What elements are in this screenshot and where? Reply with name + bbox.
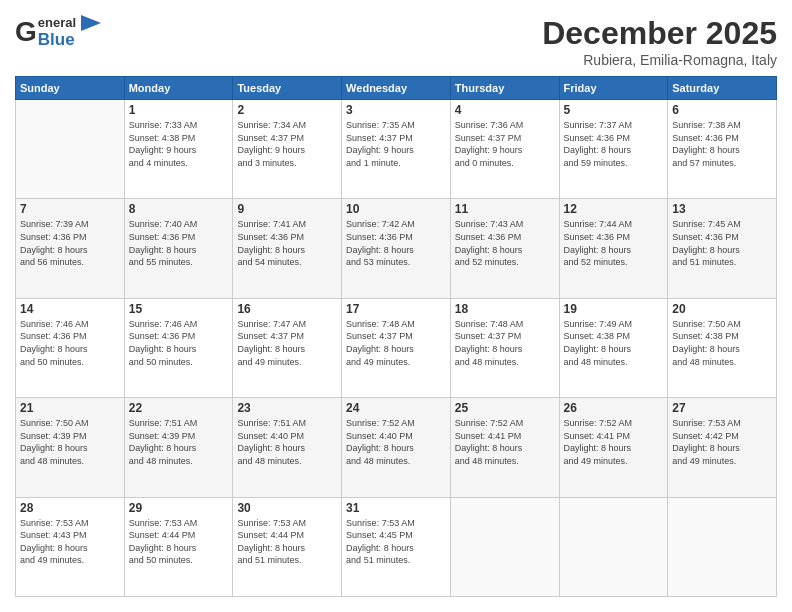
calendar-day-cell: 16Sunrise: 7:47 AMSunset: 4:37 PMDayligh… <box>233 298 342 397</box>
day-number: 20 <box>672 302 772 316</box>
calendar-body: 1Sunrise: 7:33 AMSunset: 4:38 PMDaylight… <box>16 100 777 597</box>
day-info: Sunrise: 7:41 AMSunset: 4:36 PMDaylight:… <box>237 218 337 268</box>
calendar-day-cell: 13Sunrise: 7:45 AMSunset: 4:36 PMDayligh… <box>668 199 777 298</box>
day-number: 18 <box>455 302 555 316</box>
day-info: Sunrise: 7:52 AMSunset: 4:41 PMDaylight:… <box>455 417 555 467</box>
day-info: Sunrise: 7:51 AMSunset: 4:39 PMDaylight:… <box>129 417 229 467</box>
calendar-day-cell: 8Sunrise: 7:40 AMSunset: 4:36 PMDaylight… <box>124 199 233 298</box>
day-info: Sunrise: 7:50 AMSunset: 4:38 PMDaylight:… <box>672 318 772 368</box>
day-info: Sunrise: 7:53 AMSunset: 4:44 PMDaylight:… <box>129 517 229 567</box>
calendar-header-row: Sunday Monday Tuesday Wednesday Thursday… <box>16 77 777 100</box>
day-number: 1 <box>129 103 229 117</box>
calendar-week-row: 21Sunrise: 7:50 AMSunset: 4:39 PMDayligh… <box>16 398 777 497</box>
day-number: 10 <box>346 202 446 216</box>
calendar-day-cell: 3Sunrise: 7:35 AMSunset: 4:37 PMDaylight… <box>342 100 451 199</box>
day-info: Sunrise: 7:51 AMSunset: 4:40 PMDaylight:… <box>237 417 337 467</box>
header-wednesday: Wednesday <box>342 77 451 100</box>
calendar-day-cell: 31Sunrise: 7:53 AMSunset: 4:45 PMDayligh… <box>342 497 451 596</box>
day-number: 29 <box>129 501 229 515</box>
day-info: Sunrise: 7:52 AMSunset: 4:40 PMDaylight:… <box>346 417 446 467</box>
logo: G eneral Blue <box>15 15 101 50</box>
calendar-day-cell: 2Sunrise: 7:34 AMSunset: 4:37 PMDaylight… <box>233 100 342 199</box>
calendar-week-row: 28Sunrise: 7:53 AMSunset: 4:43 PMDayligh… <box>16 497 777 596</box>
calendar-table: Sunday Monday Tuesday Wednesday Thursday… <box>15 76 777 597</box>
day-number: 30 <box>237 501 337 515</box>
day-number: 14 <box>20 302 120 316</box>
day-info: Sunrise: 7:48 AMSunset: 4:37 PMDaylight:… <box>455 318 555 368</box>
calendar-day-cell: 30Sunrise: 7:53 AMSunset: 4:44 PMDayligh… <box>233 497 342 596</box>
day-info: Sunrise: 7:39 AMSunset: 4:36 PMDaylight:… <box>20 218 120 268</box>
header-friday: Friday <box>559 77 668 100</box>
day-info: Sunrise: 7:53 AMSunset: 4:45 PMDaylight:… <box>346 517 446 567</box>
day-number: 8 <box>129 202 229 216</box>
day-number: 15 <box>129 302 229 316</box>
day-number: 6 <box>672 103 772 117</box>
calendar-day-cell <box>450 497 559 596</box>
page: G eneral Blue December 2025 <box>0 0 792 612</box>
day-info: Sunrise: 7:35 AMSunset: 4:37 PMDaylight:… <box>346 119 446 169</box>
day-info: Sunrise: 7:34 AMSunset: 4:37 PMDaylight:… <box>237 119 337 169</box>
logo-eneral: eneral <box>38 16 76 30</box>
day-number: 4 <box>455 103 555 117</box>
calendar-day-cell: 25Sunrise: 7:52 AMSunset: 4:41 PMDayligh… <box>450 398 559 497</box>
calendar-day-cell: 10Sunrise: 7:42 AMSunset: 4:36 PMDayligh… <box>342 199 451 298</box>
day-number: 5 <box>564 103 664 117</box>
day-info: Sunrise: 7:42 AMSunset: 4:36 PMDaylight:… <box>346 218 446 268</box>
day-number: 26 <box>564 401 664 415</box>
day-number: 24 <box>346 401 446 415</box>
calendar-day-cell: 28Sunrise: 7:53 AMSunset: 4:43 PMDayligh… <box>16 497 125 596</box>
calendar-day-cell: 4Sunrise: 7:36 AMSunset: 4:37 PMDaylight… <box>450 100 559 199</box>
day-number: 19 <box>564 302 664 316</box>
day-info: Sunrise: 7:37 AMSunset: 4:36 PMDaylight:… <box>564 119 664 169</box>
calendar-day-cell: 15Sunrise: 7:46 AMSunset: 4:36 PMDayligh… <box>124 298 233 397</box>
calendar-day-cell: 21Sunrise: 7:50 AMSunset: 4:39 PMDayligh… <box>16 398 125 497</box>
calendar-day-cell: 19Sunrise: 7:49 AMSunset: 4:38 PMDayligh… <box>559 298 668 397</box>
day-number: 2 <box>237 103 337 117</box>
day-info: Sunrise: 7:49 AMSunset: 4:38 PMDaylight:… <box>564 318 664 368</box>
day-info: Sunrise: 7:52 AMSunset: 4:41 PMDaylight:… <box>564 417 664 467</box>
calendar-day-cell: 17Sunrise: 7:48 AMSunset: 4:37 PMDayligh… <box>342 298 451 397</box>
calendar-day-cell: 27Sunrise: 7:53 AMSunset: 4:42 PMDayligh… <box>668 398 777 497</box>
header-tuesday: Tuesday <box>233 77 342 100</box>
day-number: 13 <box>672 202 772 216</box>
calendar-day-cell: 7Sunrise: 7:39 AMSunset: 4:36 PMDaylight… <box>16 199 125 298</box>
calendar-day-cell <box>16 100 125 199</box>
calendar-day-cell: 20Sunrise: 7:50 AMSunset: 4:38 PMDayligh… <box>668 298 777 397</box>
calendar-day-cell <box>668 497 777 596</box>
logo-blue: Blue <box>38 31 101 50</box>
header-sunday: Sunday <box>16 77 125 100</box>
calendar-day-cell: 24Sunrise: 7:52 AMSunset: 4:40 PMDayligh… <box>342 398 451 497</box>
day-info: Sunrise: 7:50 AMSunset: 4:39 PMDaylight:… <box>20 417 120 467</box>
calendar-day-cell: 22Sunrise: 7:51 AMSunset: 4:39 PMDayligh… <box>124 398 233 497</box>
day-number: 3 <box>346 103 446 117</box>
day-info: Sunrise: 7:46 AMSunset: 4:36 PMDaylight:… <box>129 318 229 368</box>
day-number: 11 <box>455 202 555 216</box>
day-number: 9 <box>237 202 337 216</box>
day-info: Sunrise: 7:36 AMSunset: 4:37 PMDaylight:… <box>455 119 555 169</box>
day-info: Sunrise: 7:43 AMSunset: 4:36 PMDaylight:… <box>455 218 555 268</box>
calendar-day-cell: 23Sunrise: 7:51 AMSunset: 4:40 PMDayligh… <box>233 398 342 497</box>
calendar-day-cell: 29Sunrise: 7:53 AMSunset: 4:44 PMDayligh… <box>124 497 233 596</box>
calendar-day-cell: 9Sunrise: 7:41 AMSunset: 4:36 PMDaylight… <box>233 199 342 298</box>
header-thursday: Thursday <box>450 77 559 100</box>
day-number: 23 <box>237 401 337 415</box>
svg-marker-0 <box>81 15 101 31</box>
day-number: 25 <box>455 401 555 415</box>
subtitle: Rubiera, Emilia-Romagna, Italy <box>542 52 777 68</box>
day-info: Sunrise: 7:53 AMSunset: 4:44 PMDaylight:… <box>237 517 337 567</box>
day-number: 16 <box>237 302 337 316</box>
calendar-day-cell: 5Sunrise: 7:37 AMSunset: 4:36 PMDaylight… <box>559 100 668 199</box>
calendar-day-cell: 1Sunrise: 7:33 AMSunset: 4:38 PMDaylight… <box>124 100 233 199</box>
day-info: Sunrise: 7:46 AMSunset: 4:36 PMDaylight:… <box>20 318 120 368</box>
day-info: Sunrise: 7:53 AMSunset: 4:43 PMDaylight:… <box>20 517 120 567</box>
calendar-day-cell: 12Sunrise: 7:44 AMSunset: 4:36 PMDayligh… <box>559 199 668 298</box>
day-number: 27 <box>672 401 772 415</box>
day-number: 12 <box>564 202 664 216</box>
day-info: Sunrise: 7:48 AMSunset: 4:37 PMDaylight:… <box>346 318 446 368</box>
calendar-day-cell: 14Sunrise: 7:46 AMSunset: 4:36 PMDayligh… <box>16 298 125 397</box>
calendar-week-row: 7Sunrise: 7:39 AMSunset: 4:36 PMDaylight… <box>16 199 777 298</box>
header-monday: Monday <box>124 77 233 100</box>
calendar-day-cell: 18Sunrise: 7:48 AMSunset: 4:37 PMDayligh… <box>450 298 559 397</box>
day-info: Sunrise: 7:53 AMSunset: 4:42 PMDaylight:… <box>672 417 772 467</box>
calendar-day-cell: 26Sunrise: 7:52 AMSunset: 4:41 PMDayligh… <box>559 398 668 497</box>
